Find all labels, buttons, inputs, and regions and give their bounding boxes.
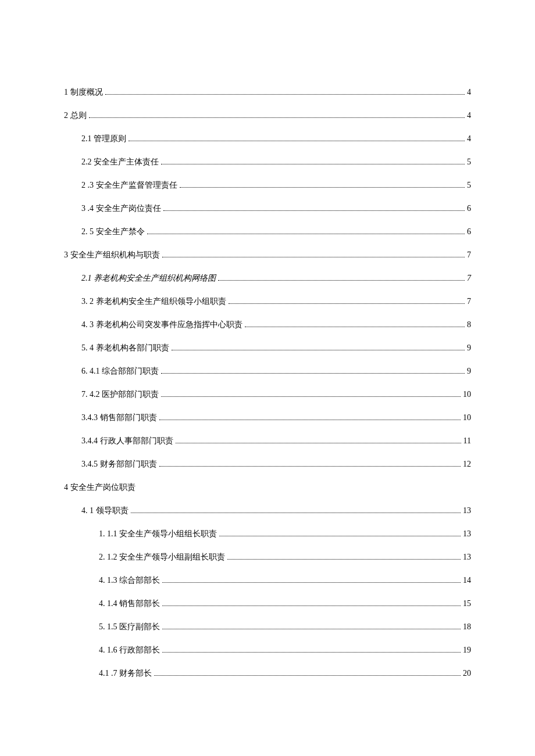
- toc-leader-dots: [129, 141, 465, 141]
- toc-entry: 4 安全生产岗位职责: [64, 482, 471, 493]
- toc-leader-dots: [180, 187, 465, 188]
- toc-entry-page: 4: [467, 111, 471, 120]
- toc-entry-page: 14: [463, 576, 471, 585]
- toc-entry-page: 11: [463, 436, 471, 446]
- toc-leader-dots: [218, 280, 465, 281]
- toc-entry-text: 3.4.3 销售部部门职责: [81, 413, 157, 423]
- toc-entry-page: 4: [467, 134, 471, 144]
- toc-entry-page: 15: [463, 599, 471, 608]
- toc-leader-dots: [147, 234, 465, 234]
- toc-entry-page: 5: [467, 181, 471, 190]
- toc-entry: 2.1 管理原则4: [64, 134, 471, 144]
- toc-entry-text: 3.4.4 行政人事部部门职责: [81, 436, 173, 446]
- toc-entry-text: 5. 4 养老机构各部门职责: [81, 343, 169, 353]
- toc-entry-text: 4. 1.6 行政部部长: [99, 645, 160, 655]
- toc-entry-page: 10: [463, 390, 471, 399]
- toc-entry-text: 4.1 .7 财务部长: [99, 668, 152, 679]
- toc-entry-page: 9: [467, 343, 471, 353]
- toc-leader-dots: [227, 559, 461, 560]
- toc-leader-dots: [105, 94, 465, 95]
- toc-entry-text: 4. 3 养老机构公司突发事件应急指挥中心职责: [81, 320, 242, 330]
- toc-entry-page: 10: [463, 413, 471, 422]
- toc-entry-text: 3 安全生产组织机构与职责: [64, 250, 160, 260]
- toc-entry-text: 3. 2 养老机构安全生产组织领导小组职责: [81, 296, 226, 307]
- toc-entry: 5. 1.5 医疗副部长 18: [64, 622, 471, 632]
- toc-entry: 3 .4 安全生产岗位责任6: [64, 203, 471, 214]
- toc-entry: 1 制度概况4: [64, 87, 471, 98]
- toc-entry-text: 3.4.5 财务部部门职责: [81, 459, 157, 470]
- toc-entry: 2.1 养老机构安全生产组织机构网络图 7: [64, 273, 471, 284]
- toc-leader-dots: [172, 350, 465, 350]
- toc-leader-dots: [159, 420, 461, 420]
- table-of-contents: 1 制度概况42 总则42.1 管理原则42.2 安全生产主体责任52 .3 安…: [64, 87, 471, 679]
- toc-entry: 4. 1.4 销售部部长 15: [64, 599, 471, 609]
- toc-leader-dots: [159, 466, 461, 467]
- toc-entry: 7. 4.2 医护部部门职责 10: [64, 389, 471, 400]
- toc-entry-page: 6: [467, 204, 471, 213]
- toc-entry-page: 12: [463, 460, 471, 469]
- toc-leader-dots: [219, 536, 461, 536]
- toc-entry-text: 7. 4.2 医护部部门职责: [81, 389, 159, 400]
- toc-leader-dots: [162, 652, 461, 653]
- toc-entry: 1. 1.1 安全生产领导小组组长职责 13: [64, 529, 471, 539]
- toc-leader-dots: [245, 327, 465, 327]
- toc-entry-page: 7: [467, 297, 471, 306]
- toc-leader-dots: [89, 117, 465, 118]
- toc-entry-text: 1 制度概况: [64, 87, 103, 98]
- toc-entry: 2 .3 安全生产监督管理责任5: [64, 180, 471, 191]
- toc-leader-dots: [161, 373, 465, 374]
- toc-entry: 3. 2 养老机构安全生产组织领导小组职责 7: [64, 296, 471, 307]
- toc-leader-dots: [163, 210, 465, 211]
- toc-leader-dots: [161, 164, 465, 164]
- toc-entry-text: 2 总则: [64, 110, 87, 121]
- toc-leader-dots: [176, 443, 461, 443]
- toc-entry-text: 3 .4 安全生产岗位责任: [81, 203, 161, 214]
- toc-entry: 2.2 安全生产主体责任5: [64, 157, 471, 167]
- toc-entry: 3.4.4 行政人事部部门职责11: [64, 436, 471, 446]
- toc-entry: 4.1 .7 财务部长20: [64, 668, 471, 679]
- toc-leader-dots: [229, 303, 465, 304]
- toc-entry-text: 6. 4.1 综合部部门职责: [81, 366, 159, 377]
- toc-leader-dots: [162, 629, 461, 629]
- toc-entry: 5. 4 养老机构各部门职责 9: [64, 343, 471, 353]
- toc-entry: 2. 5 安全生产禁令 6: [64, 227, 471, 237]
- toc-entry-text: 1. 1.1 安全生产领导小组组长职责: [99, 529, 217, 539]
- toc-entry-text: 4. 1.4 销售部部长: [99, 599, 160, 609]
- toc-entry: 2 总则4: [64, 110, 471, 121]
- toc-leader-dots: [162, 605, 461, 606]
- toc-leader-dots: [131, 513, 461, 513]
- toc-entry-page: 5: [467, 157, 471, 167]
- toc-entry-page: 6: [467, 227, 471, 237]
- toc-entry-page: 7: [467, 250, 471, 260]
- toc-leader-dots: [154, 675, 461, 676]
- toc-entry-page: 7: [467, 274, 471, 283]
- toc-entry-page: 13: [463, 553, 471, 562]
- toc-entry-page: 18: [463, 622, 471, 632]
- toc-entry: 6. 4.1 综合部部门职责 9: [64, 366, 471, 377]
- toc-entry-text: 2 .3 安全生产监督管理责任: [81, 180, 177, 191]
- toc-entry-text: 2.2 安全生产主体责任: [81, 157, 159, 167]
- toc-entry-page: 4: [467, 88, 471, 97]
- toc-entry-page: 8: [467, 320, 471, 329]
- toc-entry-page: 9: [467, 367, 471, 376]
- toc-entry-text: 2.1 养老机构安全生产组织机构网络图: [81, 273, 216, 284]
- toc-entry-text: 4 安全生产岗位职责: [64, 482, 135, 493]
- toc-entry-page: 20: [463, 669, 471, 678]
- toc-entry-page: 19: [463, 646, 471, 655]
- toc-entry: 3.4.3 销售部部门职责10: [64, 413, 471, 423]
- toc-entry: 3 安全生产组织机构与职责7: [64, 250, 471, 260]
- toc-entry: 2. 1.2 安全生产领导小组副组长职责 13: [64, 552, 471, 562]
- toc-leader-dots: [162, 582, 461, 583]
- toc-entry-text: 4. 1.3 综合部部长: [99, 575, 160, 586]
- toc-entry-page: 13: [463, 506, 471, 515]
- toc-entry: 4. 3 养老机构公司突发事件应急指挥中心职责 8: [64, 320, 471, 330]
- toc-entry: 3.4.5 财务部部门职责12: [64, 459, 471, 470]
- toc-entry-text: 4. 1 领导职责: [81, 506, 129, 516]
- toc-leader-dots: [161, 396, 461, 397]
- toc-entry-text: 5. 1.5 医疗副部长: [99, 622, 160, 632]
- toc-entry-page: 13: [463, 529, 471, 539]
- toc-entry-text: 2. 5 安全生产禁令: [81, 227, 145, 237]
- toc-entry-text: 2. 1.2 安全生产领导小组副组长职责: [99, 552, 225, 562]
- toc-entry-text: 2.1 管理原则: [81, 134, 126, 144]
- toc-entry: 4. 1 领导职责 13: [64, 506, 471, 516]
